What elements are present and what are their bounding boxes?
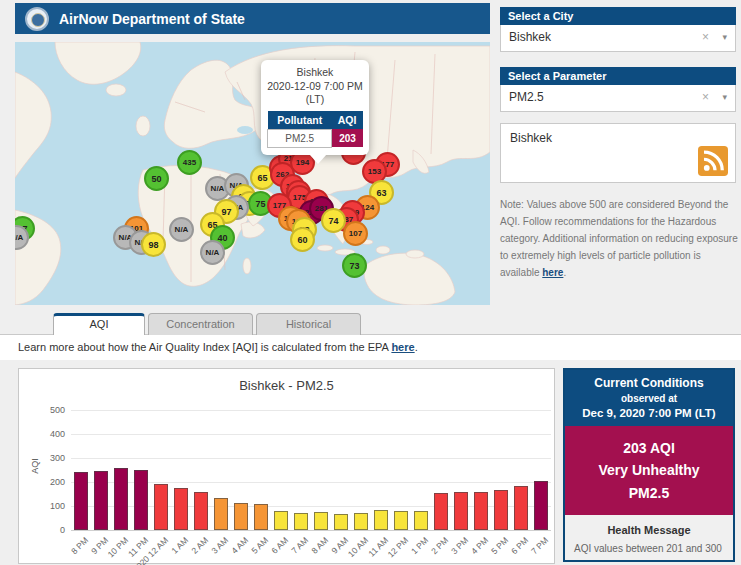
x-axis-tick-label: 2 PM: [429, 535, 450, 556]
aqi-bar: [254, 504, 268, 530]
tab-concentration[interactable]: Concentration: [148, 313, 253, 335]
x-axis-tick-label: 12 PM: [386, 535, 410, 559]
chart-gridline: [71, 458, 551, 459]
current-conditions-panel: Current Conditions observed at Dec 9, 20…: [563, 368, 735, 562]
observed-at-label: observed at: [569, 393, 729, 404]
aqi-bar: [194, 492, 208, 530]
chart-gridline: [71, 410, 551, 411]
chart-y-axis-ticks: 0100200300400500: [25, 410, 65, 530]
popup-col-pollutant: Pollutant: [268, 111, 332, 130]
learn-more-strip: Learn more about how the Air Quality Ind…: [0, 334, 741, 360]
city-caret-down-icon[interactable]: ▾: [722, 25, 727, 50]
rss-city-title: Bishkek: [510, 131, 552, 145]
aqi-bar: [454, 492, 468, 530]
tab-historical[interactable]: Historical: [256, 313, 361, 335]
aqi-bar: [434, 493, 448, 530]
x-axis-tick-label: 11 AM: [366, 535, 390, 559]
city-select-value: Bishkek: [509, 30, 551, 44]
popup-city: Bishkek: [267, 66, 363, 80]
city-clear-icon[interactable]: ×: [702, 25, 709, 50]
parameter-caret-down-icon[interactable]: ▾: [722, 85, 727, 110]
learn-more-text: Learn more about how the Air Quality Ind…: [18, 341, 391, 353]
rss-icon[interactable]: [698, 146, 728, 176]
popup-aqi-value: 203: [332, 129, 363, 147]
x-axis-tick-label: 3 AM: [209, 535, 230, 556]
x-axis-tick-label: 8 AM: [309, 535, 330, 556]
aqi-bar: [494, 490, 508, 530]
current-aqi-block: 203 AQI Very Unhealthy PM2.5: [565, 426, 733, 515]
learn-more-here-link[interactable]: here: [391, 341, 414, 353]
chart-gridline: [71, 434, 551, 435]
x-axis-tick-label: 6 AM: [269, 535, 290, 556]
aqi-bar: [174, 488, 188, 530]
aqi-bar: [74, 472, 88, 530]
aqi-map-marker[interactable]: N/A: [200, 240, 225, 265]
popup-pollutant-value: PM2.5: [268, 129, 332, 147]
popup-datetime: 2020-12-09 7:00 PM: [267, 80, 363, 94]
aqi-bar: [394, 511, 408, 530]
aqi-bar: [474, 492, 488, 530]
x-axis-tick-label: 5 PM: [489, 535, 510, 556]
x-axis-tick-label: 1 PM: [409, 535, 430, 556]
y-axis-tick-label: 300: [50, 453, 65, 463]
health-message-text: AQI values between 201 and 300 trigger a…: [565, 541, 733, 562]
aqi-bar: [514, 486, 528, 530]
popup-table: Pollutant AQI PM2.5 203: [267, 111, 363, 148]
aqi-map-marker[interactable]: 435: [177, 150, 202, 175]
aqi-map-marker[interactable]: 50: [144, 166, 169, 191]
x-axis-tick-label: 1 AM: [169, 535, 190, 556]
aqi-bar: [214, 498, 228, 530]
aqi-map-marker[interactable]: 60: [290, 227, 315, 252]
note-here-link[interactable]: here: [542, 267, 563, 278]
y-axis-tick-label: 100: [50, 501, 65, 511]
map-popup: Bishkek 2020-12-09 7:00 PM (LT) Pollutan…: [261, 60, 369, 155]
popup-lt: (LT): [267, 93, 363, 107]
aqi-map-marker[interactable]: 74: [321, 208, 346, 233]
aqi-bar: [274, 511, 288, 530]
aqi-bar: [314, 512, 328, 530]
observed-datetime: Dec 9, 2020 7:00 PM (LT): [569, 407, 729, 419]
chart-x-axis-labels: 8 PM9 PM10 PM11 PM2020 12 AM1 AM2 AM3 AM…: [19, 533, 556, 563]
x-axis-tick-label: 7 AM: [289, 535, 310, 556]
x-axis-tick-label: 10 AM: [346, 535, 370, 559]
x-axis-tick-label: 6 PM: [509, 535, 530, 556]
city-select-label: Select a City: [500, 7, 736, 25]
world-aqi-map[interactable]: 43550N/AN/A955275N/A976540N/AN/A17N/A101…: [15, 42, 490, 305]
x-axis-tick-label: 4 AM: [229, 535, 250, 556]
current-conditions-title: Current Conditions: [569, 376, 729, 390]
x-axis-tick-label: 4 PM: [469, 535, 490, 556]
parameter-clear-icon[interactable]: ×: [702, 85, 709, 110]
current-aqi-category: Very Unhealthy: [569, 459, 729, 481]
note-text: Note: Values above 500 are considered Be…: [500, 199, 738, 278]
note-suffix: .: [563, 267, 566, 278]
rss-feed-box: Bishkek: [500, 123, 736, 183]
tab-aqi[interactable]: AQI: [53, 313, 145, 335]
aqi-bar: [114, 468, 128, 530]
aqi-map-marker[interactable]: 98: [141, 232, 166, 257]
aqi-map-marker[interactable]: 107: [343, 221, 368, 246]
x-axis-tick-label: 7 PM: [529, 535, 550, 556]
aqi-bar: [234, 503, 248, 530]
aqi-map-marker[interactable]: 73: [342, 253, 367, 278]
city-select-dropdown[interactable]: Bishkek × ▾: [500, 25, 736, 52]
aqi-bar: [134, 470, 148, 530]
popup-col-aqi: AQI: [332, 111, 363, 130]
aqi-note: Note: Values above 500 are considered Be…: [500, 196, 738, 281]
app-title: AirNow Department of State: [59, 11, 245, 27]
parameter-select-label: Select a Parameter: [500, 67, 736, 85]
aqi-bar: [154, 484, 168, 530]
chart-gridline: [71, 530, 551, 531]
parameter-select-dropdown[interactable]: PM2.5 × ▾: [500, 85, 736, 112]
aqi-map-marker[interactable]: N/A: [169, 217, 194, 242]
y-axis-tick-label: 400: [50, 429, 65, 439]
current-aqi-pollutant: PM2.5: [569, 482, 729, 504]
aqi-bar: [334, 514, 348, 530]
x-axis-tick-label: 2 AM: [189, 535, 210, 556]
aqi-bar: [294, 513, 308, 530]
aqi-bar: [374, 510, 388, 530]
aqi-bar: [354, 513, 368, 530]
aqi-bar: [94, 471, 108, 530]
aqi-bar-chart: Bishkek - PM2.5 AQI 0100200300400500 8 P…: [18, 368, 555, 564]
x-axis-tick-label: 5 AM: [249, 535, 270, 556]
y-axis-tick-label: 200: [50, 477, 65, 487]
